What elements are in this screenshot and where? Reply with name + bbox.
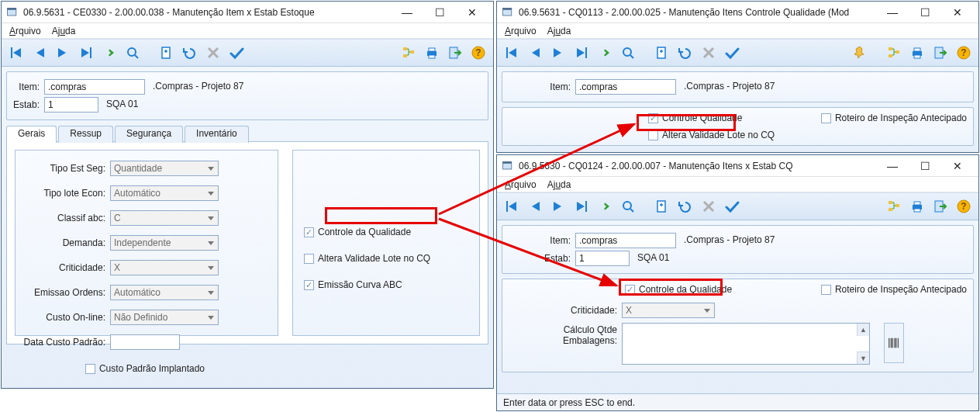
maximize-button[interactable]: ☐ [423,4,456,21]
tab-ressup[interactable]: Ressup [58,126,113,143]
print-button[interactable] [907,43,927,63]
exit-button[interactable] [930,43,951,63]
zoom-button[interactable] [122,43,143,63]
minimize-button[interactable]: — [391,4,423,21]
menu-arquivo[interactable]: AArquivorquivo [9,26,41,36]
minimize-button[interactable]: — [876,4,909,21]
controle-qualidade-checkbox[interactable]: Controle Qualidade [648,113,742,123]
criticidade-select[interactable]: X [622,303,715,318]
controle-qualidade-checkbox[interactable]: Controle da Qualidade [625,284,732,295]
delete-button[interactable] [203,43,223,63]
nav-next-button[interactable] [548,196,568,216]
nav-last-button[interactable] [571,196,592,216]
tab-gerais[interactable]: Gerais [6,126,57,143]
titlebar: 06.9.5631 - CQ0113 - 2.00.00.025 - Manut… [497,2,978,23]
help-button[interactable] [468,43,488,63]
undo-button[interactable] [180,43,200,63]
nav-first-button[interactable] [6,43,26,63]
delete-button[interactable] [699,43,719,63]
emissao-ordens-select[interactable]: Automático [110,285,219,300]
estab-desc: SQA 01 [103,97,481,113]
estab-desc: SQA 01 [634,251,967,266]
zoom-button[interactable] [618,196,638,216]
menu-ajuda[interactable]: Ajuda [52,26,76,36]
undo-button[interactable] [675,196,695,216]
barcode-button[interactable] [884,323,904,363]
criticidade-select[interactable]: X [110,260,219,275]
tree-button[interactable] [884,196,904,216]
maximize-button[interactable]: ☐ [909,4,941,21]
tab-seguranca[interactable]: Segurança [115,126,183,143]
custo-padrao-implantado-checkbox[interactable]: Custo Padrão Implantado [85,363,205,374]
pin-button[interactable] [850,43,870,63]
zoom-button[interactable] [618,43,638,63]
new-button[interactable] [157,43,177,63]
nav-next-button[interactable] [548,43,568,63]
nav-prev-button[interactable] [29,43,50,63]
nav-last-button[interactable] [76,43,96,63]
menu-ajuda[interactable]: Ajuda [547,26,571,36]
undo-button[interactable] [675,43,695,63]
item-code-field[interactable]: .compras [44,79,145,95]
nav-next-button[interactable] [53,43,73,63]
nav-prev-button[interactable] [525,196,545,216]
tipo-est-seg-select[interactable]: Quantidade [110,161,219,176]
go-button[interactable] [595,43,615,63]
go-button[interactable] [99,43,119,63]
scroll-up-button[interactable]: ▲ [857,324,869,336]
roteiro-inspecao-checkbox[interactable]: Roteiro de Inspeção Antecipado [821,113,967,123]
go-button[interactable] [595,196,615,216]
demanda-select[interactable]: Independente [110,235,219,251]
item-label: Item: [509,81,571,92]
header-panel: Item: .compras .Compras - Projeto 87 [502,71,974,102]
altera-validade-checkbox[interactable]: Altera Validade Lote no CQ [648,130,967,140]
menu-arquivo[interactable]: Arquivo [505,26,537,36]
tree-button[interactable] [399,43,419,63]
nav-prev-button[interactable] [525,43,545,63]
help-button[interactable] [954,196,974,216]
maximize-button[interactable]: ☐ [909,158,941,175]
window-cq0113: 06.9.5631 - CQ0113 - 2.00.00.025 - Manut… [496,1,979,153]
minimize-button[interactable]: — [876,158,909,175]
menu-ajuda[interactable]: Ajuda [547,179,571,190]
menu-arquivo[interactable]: Arquivo [505,179,537,190]
custo-online-select[interactable]: Não Definido [110,310,219,325]
new-button[interactable] [652,43,672,63]
nav-first-button[interactable] [502,43,522,63]
statusbar: Enter data or press ESC to end. [497,393,978,410]
help-button[interactable] [954,43,974,63]
exit-button[interactable] [930,196,951,216]
calculo-emb-textarea[interactable]: ▲ ▼ [622,323,870,365]
left-col: Tipo Est Seg:Quantidade Tipo lote Econ:A… [15,150,278,336]
item-code-field[interactable]: .compras [575,233,676,248]
confirm-button[interactable] [722,196,742,216]
delete-button[interactable] [699,196,719,216]
close-button[interactable]: ✕ [941,158,974,175]
classif-abc-select[interactable]: C [110,210,219,226]
nav-first-button[interactable] [502,196,522,216]
estab-code-field[interactable]: 1 [44,97,98,113]
close-button[interactable]: ✕ [456,4,488,21]
confirm-button[interactable] [722,43,742,63]
altera-validade-checkbox[interactable]: Altera Validade Lote no CQ [304,253,468,264]
roteiro-inspecao-checkbox[interactable]: Roteiro de Inspeção Antecipado [821,284,967,295]
scroll-down-button[interactable]: ▼ [857,351,869,364]
exit-button[interactable] [445,43,465,63]
data-custo-padrao-field[interactable] [110,334,180,350]
new-button[interactable] [652,196,672,216]
tree-button[interactable] [884,43,904,63]
menubar: Arquivo Ajuda [497,177,978,192]
emissao-curva-abc-checkbox[interactable]: Emissão Curva ABC [304,279,468,290]
print-button[interactable] [422,43,442,63]
window-cq0124: 06.9.5630 - CQ0124 - 2.00.00.007 - Manut… [496,154,979,411]
print-button[interactable] [907,196,927,216]
menubar: AArquivorquivo Ajuda [2,23,493,39]
item-code-field[interactable]: .compras [575,79,676,95]
nav-last-button[interactable] [571,43,592,63]
confirm-button[interactable] [226,43,247,63]
controle-qualidade-checkbox[interactable]: Controle da Qualidade [304,227,468,237]
tab-inventario[interactable]: Inventário [185,126,249,143]
tipo-lote-econ-select[interactable]: Automático [110,185,219,201]
estab-code-field[interactable]: 1 [575,251,630,266]
close-button[interactable]: ✕ [941,4,974,21]
